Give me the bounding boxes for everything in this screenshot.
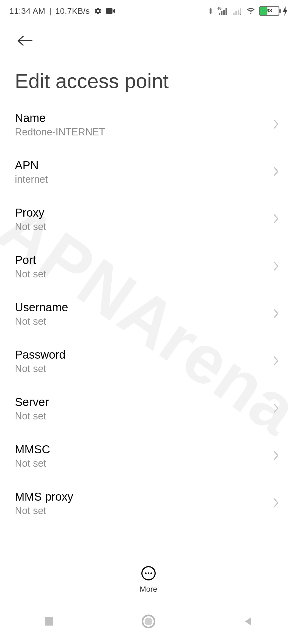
- setting-row-mms-proxy[interactable]: MMS proxy Not set: [0, 480, 297, 527]
- setting-row-username[interactable]: Username Not set: [0, 290, 297, 338]
- setting-label: Password: [15, 348, 65, 361]
- svg-point-19: [145, 618, 152, 625]
- svg-point-16: [150, 572, 152, 574]
- status-time: 11:34 AM: [9, 6, 45, 16]
- setting-label: APN: [15, 159, 48, 172]
- chevron-right-icon: [273, 261, 279, 273]
- svg-rect-3: [221, 11, 222, 15]
- setting-label: Username: [15, 301, 68, 314]
- svg-rect-0: [106, 8, 112, 14]
- chevron-right-icon: [273, 355, 279, 367]
- svg-rect-17: [45, 617, 53, 626]
- arrow-left-icon: [16, 35, 33, 47]
- setting-value: internet: [15, 174, 48, 185]
- battery-percent: 38: [266, 8, 272, 14]
- signal-4g-icon: 4G: [217, 6, 228, 16]
- status-bar: 11:34 AM | 10.7KB/s 4G: [0, 0, 297, 22]
- svg-point-11: [250, 13, 251, 14]
- svg-rect-5: [226, 8, 227, 15]
- svg-point-15: [148, 572, 149, 574]
- status-net-speed: 10.7KB/s: [55, 6, 90, 16]
- bottom-action-bar: More: [0, 559, 297, 600]
- svg-text:×: ×: [239, 12, 241, 16]
- content-area: Edit access point APNArena Name Redtone-…: [0, 22, 297, 556]
- signal-no-sim-icon: ×: [232, 6, 243, 16]
- setting-value: Not set: [15, 268, 46, 280]
- more-label: More: [140, 585, 157, 594]
- battery-fill: [260, 7, 267, 15]
- svg-rect-7: [235, 11, 237, 15]
- setting-label: MMSC: [15, 443, 50, 456]
- settings-list: APNArena Name Redtone-INTERNET APN inter…: [0, 101, 297, 527]
- setting-row-apn[interactable]: APN internet: [0, 148, 297, 196]
- setting-label: Proxy: [15, 206, 46, 219]
- chevron-right-icon: [273, 166, 279, 178]
- setting-value: Not set: [15, 458, 50, 469]
- chevron-right-icon: [273, 497, 279, 509]
- svg-point-14: [145, 572, 147, 574]
- setting-label: Server: [15, 395, 49, 409]
- chevron-right-icon: [273, 308, 279, 320]
- svg-rect-6: [233, 13, 235, 15]
- setting-row-proxy[interactable]: Proxy Not set: [0, 196, 297, 243]
- setting-value: Not set: [15, 410, 49, 422]
- svg-rect-4: [223, 10, 225, 15]
- setting-row-name[interactable]: Name Redtone-INTERNET: [0, 101, 297, 148]
- app-bar: [0, 22, 297, 53]
- setting-row-mmsc[interactable]: MMSC Not set: [0, 432, 297, 480]
- setting-label: MMS proxy: [15, 490, 73, 503]
- settings-cog-icon: [94, 7, 102, 15]
- back-button[interactable]: [15, 31, 35, 51]
- wifi-icon: [246, 7, 256, 15]
- bluetooth-icon: [207, 6, 214, 16]
- system-nav-bar: [0, 600, 297, 644]
- page-title: Edit access point: [0, 53, 297, 101]
- chevron-right-icon: [273, 450, 279, 462]
- svg-rect-2: [219, 13, 220, 15]
- setting-label: Port: [15, 253, 46, 267]
- more-button[interactable]: More: [140, 566, 157, 594]
- setting-row-port[interactable]: Port Not set: [0, 243, 297, 290]
- battery-icon: 38: [259, 6, 279, 16]
- chevron-right-icon: [273, 403, 279, 415]
- camera-icon: [106, 8, 115, 14]
- setting-value: Not set: [15, 363, 65, 375]
- chevron-right-icon: [273, 213, 279, 225]
- chevron-right-icon: [273, 119, 279, 131]
- more-icon: [141, 566, 156, 582]
- nav-recents-button[interactable]: [43, 615, 55, 629]
- setting-value: Not set: [15, 221, 46, 233]
- svg-text:4G: 4G: [217, 7, 222, 10]
- setting-value: Not set: [15, 505, 73, 517]
- svg-rect-8: [238, 10, 239, 15]
- status-right: 4G × 38: [207, 6, 288, 16]
- setting-row-password[interactable]: Password Not set: [0, 338, 297, 385]
- setting-label: Name: [15, 111, 105, 125]
- setting-value: Not set: [15, 316, 68, 327]
- setting-row-server[interactable]: Server Not set: [0, 385, 297, 432]
- status-left: 11:34 AM | 10.7KB/s: [9, 6, 115, 16]
- setting-value: Redtone-INTERNET: [15, 126, 105, 138]
- nav-back-button[interactable]: [242, 615, 254, 629]
- nav-home-button[interactable]: [141, 614, 156, 630]
- charging-bolt-icon: [283, 6, 288, 16]
- status-sep: |: [49, 6, 51, 16]
